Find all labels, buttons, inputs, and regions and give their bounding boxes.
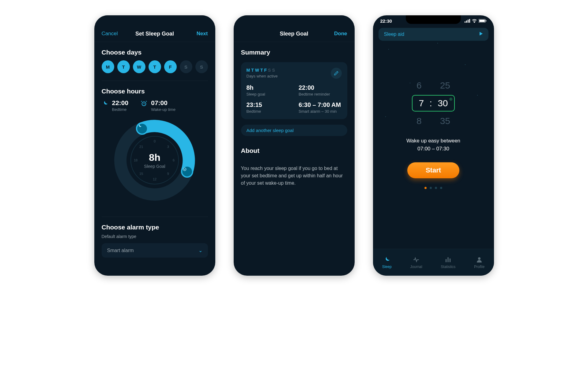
bedtime-value: 23:15 [247, 101, 290, 108]
screen-set-sleep-goal: Cancel Set Sleep Goal Next Choose days M… [94, 15, 215, 276]
summary-heading: Summary [241, 49, 347, 56]
smart-alarm-cell: 6:30 – 7:00 AM Smart alarm – 30 min [299, 101, 342, 114]
day-chip[interactable]: F [164, 60, 177, 73]
wakeup-knob[interactable] [181, 165, 193, 178]
wakeup-value: 07:00 [151, 99, 175, 107]
bedtime-cell: 23:15 Bedtime [247, 101, 290, 114]
screen-sleep-goal-summary: Sleep Goal Done Summary MTWTFSS Days whe… [234, 15, 355, 276]
about-section: About [234, 140, 355, 161]
day-chip[interactable]: T [117, 60, 130, 73]
day-chip[interactable]: M [102, 60, 114, 73]
bedtime-reminder-cell: 22:00 Bedtime reminder [299, 84, 342, 96]
pencil-icon [334, 71, 339, 76]
smart-alarm-value: 6:30 – 7:00 AM [299, 101, 342, 108]
default-alarm-label: Default alarm type [102, 234, 208, 239]
time-picker[interactable]: 6 25 7 : 30 ◎ 8 35 [373, 77, 494, 129]
next-button[interactable]: Next [197, 31, 208, 37]
moon-icon [102, 100, 108, 108]
svg-point-15 [478, 257, 481, 260]
smart-alarm-label: Smart alarm – 30 min [299, 109, 342, 114]
dial-tick: 15 [139, 172, 143, 176]
bedtime-value: 22:00 [112, 99, 129, 107]
summary-card: MTWTFSS Days when active 8h Sleep goal 2… [241, 62, 347, 119]
dial-tick: 21 [139, 145, 143, 149]
svg-rect-14 [450, 259, 450, 262]
summary-section: Summary [234, 42, 355, 62]
dial-tick: 3 [167, 145, 169, 149]
add-another-goal-button[interactable]: Add another sleep goal [241, 125, 347, 136]
tab-statistics[interactable]: Statistics [441, 256, 455, 269]
dial-tick: 18 [134, 158, 138, 162]
day-chip[interactable]: S [180, 60, 192, 73]
picker-selected[interactable]: 7 : 30 ◎ [412, 95, 454, 111]
dial-label: Sleep Goal [144, 164, 165, 169]
tab-bar: Sleep Journal Statistics Profile [373, 249, 494, 276]
dial-tick: 0 [154, 139, 156, 143]
edit-button[interactable] [331, 68, 342, 79]
dial-tick: 6 [173, 158, 175, 162]
choose-alarm-heading: Choose alarm type [102, 224, 208, 231]
choose-hours-heading: Choose hours [102, 88, 208, 95]
wakeup-label: Wake-up time [151, 107, 175, 112]
day-chip[interactable]: T [149, 60, 161, 73]
sleep-goal-value: 8h [247, 84, 290, 91]
sleep-goal-cell: 8h Sleep goal [247, 84, 290, 96]
screen-title: Set Sleep Goal [135, 31, 174, 37]
wakeup-block: 07:00 Wake-up time [141, 99, 175, 112]
dial-tick: 9 [167, 172, 169, 176]
header: Sleep Goal Done [234, 24, 355, 42]
stars-bg [373, 15, 494, 276]
cancel-button[interactable]: Cancel [102, 31, 118, 37]
pulse-icon [413, 256, 420, 263]
alarm-type-value: Smart alarm [107, 248, 134, 253]
bedtime-reminder-value: 22:00 [299, 84, 342, 91]
bedtime-knob[interactable] [136, 123, 148, 135]
svg-rect-12 [446, 259, 447, 262]
bedtime-label: Bedtime [247, 109, 290, 114]
choose-days-heading: Choose days [102, 49, 208, 56]
dial-value: 8h [149, 152, 160, 163]
screen-alarm-home: 22:30 Sleep aid [373, 15, 494, 276]
svg-rect-13 [448, 257, 449, 262]
bars-icon [444, 256, 452, 263]
tab-journal[interactable]: Journal [410, 256, 422, 269]
about-text: You reach your sleep goal if you go to b… [234, 165, 355, 187]
tab-sleep[interactable]: Sleep [382, 256, 392, 269]
tab-profile[interactable]: Profile [474, 256, 484, 269]
sleep-dial[interactable]: 8h Sleep Goal 036912151821 [112, 117, 198, 203]
sleep-goal-label: Sleep goal [247, 92, 290, 96]
bedtime-block: 22:00 Bedtime [102, 99, 129, 112]
done-button[interactable]: Done [334, 31, 347, 37]
days-line: MTWTFSS [247, 68, 278, 73]
choose-hours-section: Choose hours 22:00 Bedtime [94, 81, 215, 211]
picker-prev: 6 25 [417, 77, 450, 93]
day-chip[interactable]: S [195, 60, 208, 73]
header: Cancel Set Sleep Goal Next [94, 24, 215, 42]
days-active-label: Days when active [247, 74, 278, 78]
moon-icon [383, 256, 390, 263]
picker-next: 8 35 [417, 113, 450, 129]
chevron-down-icon: ⌄ [198, 247, 202, 253]
screen-title: Sleep Goal [280, 31, 308, 37]
about-heading: About [241, 147, 347, 154]
target-icon: ◎ [449, 97, 452, 101]
day-chip[interactable]: W [133, 60, 145, 73]
choose-alarm-section: Choose alarm type Default alarm type [94, 217, 215, 239]
alarm-icon [141, 100, 147, 108]
dial-tick: 12 [153, 177, 156, 181]
day-chips-row: MTWTFSS [102, 60, 208, 73]
notch [406, 15, 461, 24]
bedtime-label: Bedtime [112, 107, 129, 112]
alarm-type-dropdown[interactable]: Smart alarm ⌄ [102, 243, 208, 258]
choose-days-section: Choose days MTWTFSS [94, 42, 215, 75]
person-icon [476, 256, 483, 263]
bedtime-reminder-label: Bedtime reminder [299, 92, 342, 96]
